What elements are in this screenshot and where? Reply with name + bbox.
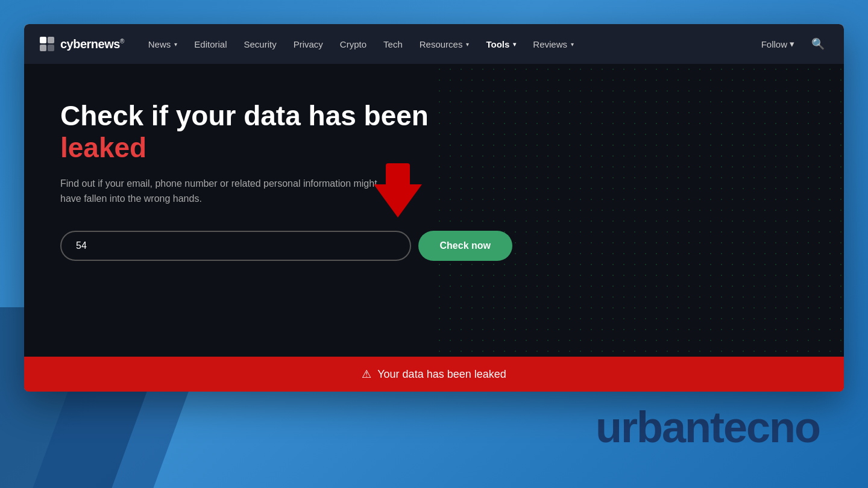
nav-follow-button[interactable]: Follow ▾ [754, 34, 802, 54]
check-now-button[interactable]: Check now [418, 231, 512, 261]
logo-area[interactable]: cybernews® [39, 36, 124, 52]
svg-rect-2 [40, 45, 46, 51]
logo-icon [39, 36, 55, 52]
nav-item-reviews[interactable]: Reviews ▾ [526, 34, 581, 54]
nav-item-news[interactable]: News ▾ [141, 34, 185, 54]
svg-rect-1 [48, 37, 54, 43]
arrow-shape [374, 184, 422, 217]
logo-text: cybernews® [60, 37, 124, 51]
navbar: cybernews® News ▾ Editorial Security Pri… [24, 24, 844, 64]
search-input[interactable] [76, 240, 395, 251]
chevron-down-icon: ▾ [571, 41, 574, 48]
svg-rect-3 [48, 45, 54, 51]
nav-item-tools[interactable]: Tools ▾ [479, 34, 523, 54]
brand-name: urbantecno [596, 402, 820, 452]
nav-item-privacy[interactable]: Privacy [286, 34, 330, 54]
hero-subtitle: Find out if your email, phone number or … [60, 176, 398, 207]
search-input-wrapper[interactable] [60, 231, 411, 261]
nav-items: News ▾ Editorial Security Privacy Crypto… [141, 34, 754, 54]
hero-title: Check if your data has been leaked [60, 100, 512, 164]
nav-item-crypto[interactable]: Crypto [333, 34, 374, 54]
nav-right: Follow ▾ 🔍 [754, 33, 829, 55]
chevron-down-icon: ▾ [466, 41, 469, 48]
hero-content: Check if your data has been leaked Find … [60, 100, 512, 261]
nav-item-resources[interactable]: Resources ▾ [412, 34, 477, 54]
brand-label: urbantecno [596, 403, 820, 451]
browser-frame: cybernews® News ▾ Editorial Security Pri… [24, 24, 844, 392]
svg-rect-0 [40, 37, 46, 43]
search-area: Check now [60, 231, 512, 261]
nav-item-editorial[interactable]: Editorial [187, 34, 234, 54]
alert-bar: ⚠ Your data has been leaked [24, 357, 844, 392]
warning-icon: ⚠ [362, 368, 371, 381]
chevron-down-icon: ▾ [790, 39, 794, 49]
leaked-text: leaked [60, 132, 146, 163]
chevron-down-icon: ▾ [513, 41, 516, 48]
nav-item-security[interactable]: Security [236, 34, 283, 54]
hero-section: Check if your data has been leaked Find … [24, 64, 844, 392]
alert-message: Your data has been leaked [377, 368, 506, 381]
nav-item-tech[interactable]: Tech [376, 34, 410, 54]
red-arrow-decoration [374, 184, 422, 217]
chevron-down-icon: ▾ [174, 41, 177, 48]
search-icon[interactable]: 🔍 [807, 33, 829, 55]
